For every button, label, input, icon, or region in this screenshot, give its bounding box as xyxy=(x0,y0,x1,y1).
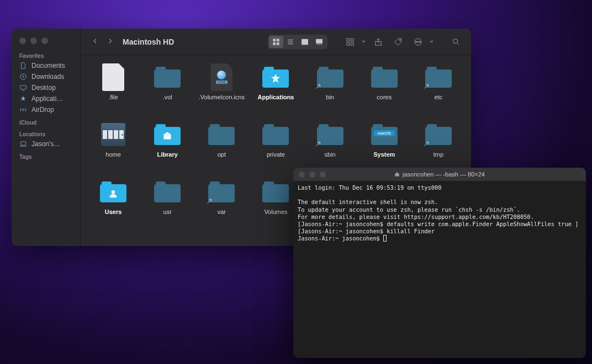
svg-rect-23 xyxy=(167,136,168,138)
view-gallery-button[interactable] xyxy=(312,36,326,48)
window-title: Macintosh HD xyxy=(123,38,174,46)
file-icon xyxy=(262,121,289,148)
terminal-titlebar[interactable]: jasoncohen — -bash — 80×24 xyxy=(293,168,586,181)
file-label: opt xyxy=(218,151,226,158)
file-item[interactable]: bin xyxy=(303,64,357,119)
file-icon xyxy=(208,121,235,148)
home-icon xyxy=(394,172,400,177)
sidebar-section-locations: Locations xyxy=(12,127,80,138)
sidebar-item-label: AirDrop xyxy=(31,106,54,114)
finder-toolbar: Macintosh HD xyxy=(81,29,471,55)
svg-point-20 xyxy=(453,39,458,43)
file-icon xyxy=(208,179,235,205)
view-columns-button[interactable] xyxy=(298,36,312,48)
minimize-button[interactable] xyxy=(30,38,37,44)
file-label: usr xyxy=(163,208,172,215)
svg-rect-7 xyxy=(277,42,279,45)
file-item[interactable]: ICNS .VolumeIcon.icns xyxy=(194,64,249,119)
sidebar-item-label: Documents xyxy=(31,62,65,69)
file-item[interactable]: Users xyxy=(86,179,140,234)
sidebar-section-favorites: Favorites xyxy=(12,49,80,60)
file-icon xyxy=(262,179,289,205)
document-icon xyxy=(19,62,27,69)
sidebar-section-icloud: iCloud xyxy=(12,115,80,127)
finder-sidebar: Favorites Documents Downloads Desktop Ap… xyxy=(12,29,81,246)
file-item[interactable]: Applications xyxy=(249,64,303,119)
svg-rect-9 xyxy=(316,39,323,43)
terminal-window: jasoncohen — -bash — 80×24 Last login: T… xyxy=(293,168,586,358)
file-icon: ICNS xyxy=(208,64,235,90)
sidebar-item-label: Desktop xyxy=(31,84,56,92)
file-item[interactable]: opt xyxy=(194,121,249,176)
file-icon xyxy=(317,64,343,90)
svg-rect-12 xyxy=(347,42,350,45)
file-item[interactable]: .file xyxy=(86,64,140,119)
action-button[interactable] xyxy=(411,36,425,48)
file-item[interactable]: Library xyxy=(140,121,194,176)
group-button[interactable] xyxy=(343,36,357,48)
svg-point-19 xyxy=(419,41,420,42)
minimize-button[interactable] xyxy=(309,172,315,178)
sidebar-item-label: Downloads xyxy=(31,73,64,81)
file-item[interactable]: usr xyxy=(140,179,194,234)
file-label: Library xyxy=(157,151,178,158)
zoom-button[interactable] xyxy=(41,38,48,44)
svg-point-2 xyxy=(22,109,24,111)
view-icons-button[interactable] xyxy=(269,36,283,48)
sidebar-item-label: Jason's… xyxy=(31,140,60,148)
file-label: System xyxy=(373,151,395,158)
back-button[interactable] xyxy=(92,37,99,47)
svg-rect-10 xyxy=(347,39,350,41)
sidebar-item-documents[interactable]: Documents xyxy=(12,60,80,71)
file-label: tmp xyxy=(434,151,443,158)
terminal-body[interactable]: Last login: Thu Dec 16 09:53:19 on ttys0… xyxy=(293,181,586,358)
file-icon xyxy=(154,121,181,148)
svg-point-25 xyxy=(112,190,115,194)
file-item[interactable]: home xyxy=(86,121,140,176)
svg-rect-11 xyxy=(351,39,353,41)
file-icon xyxy=(100,121,126,148)
sidebar-item-jasons-mac[interactable]: Jason's… xyxy=(12,138,80,149)
file-label: Applications xyxy=(257,94,294,100)
file-label: Users xyxy=(105,208,122,215)
file-icon xyxy=(154,179,181,205)
search-button[interactable] xyxy=(449,36,463,48)
file-label: Volumes xyxy=(264,208,287,215)
forward-button[interactable] xyxy=(107,37,114,47)
file-item[interactable]: cores xyxy=(357,64,411,119)
file-label: .VolumeIcon.icns xyxy=(199,94,245,100)
file-label: home xyxy=(105,151,121,158)
sidebar-section-tags: Tags xyxy=(12,149,80,161)
svg-rect-8 xyxy=(302,39,308,44)
close-button[interactable] xyxy=(19,38,26,44)
airdrop-icon xyxy=(19,106,27,114)
svg-rect-5 xyxy=(277,39,279,41)
file-item[interactable]: var xyxy=(194,179,249,234)
file-label: bin xyxy=(326,94,334,100)
view-list-button[interactable] xyxy=(283,36,298,48)
svg-rect-13 xyxy=(351,42,353,45)
share-button[interactable] xyxy=(371,36,385,48)
svg-rect-3 xyxy=(20,142,25,145)
sidebar-item-downloads[interactable]: Downloads xyxy=(12,71,80,82)
zoom-button[interactable] xyxy=(320,172,326,178)
close-button[interactable] xyxy=(299,172,305,178)
file-icon xyxy=(100,64,126,90)
file-icon xyxy=(262,64,289,90)
file-icon xyxy=(100,179,126,205)
view-switcher xyxy=(268,35,327,49)
file-label: sbin xyxy=(325,151,336,158)
file-icon xyxy=(371,64,398,90)
file-item[interactable]: etc xyxy=(411,64,466,119)
file-label: etc xyxy=(435,94,443,100)
sidebar-item-desktop[interactable]: Desktop xyxy=(12,82,80,93)
tags-button[interactable] xyxy=(391,36,405,48)
sidebar-item-applications[interactable]: Applicati… xyxy=(12,93,80,104)
file-label: var xyxy=(218,208,226,215)
sidebar-item-airdrop[interactable]: AirDrop xyxy=(12,104,80,115)
file-item[interactable]: .vol xyxy=(140,64,194,119)
file-label: .file xyxy=(109,94,118,100)
terminal-title: jasoncohen — -bash — 80×24 xyxy=(293,171,586,178)
chevron-down-icon xyxy=(430,40,434,44)
svg-point-17 xyxy=(417,41,419,42)
